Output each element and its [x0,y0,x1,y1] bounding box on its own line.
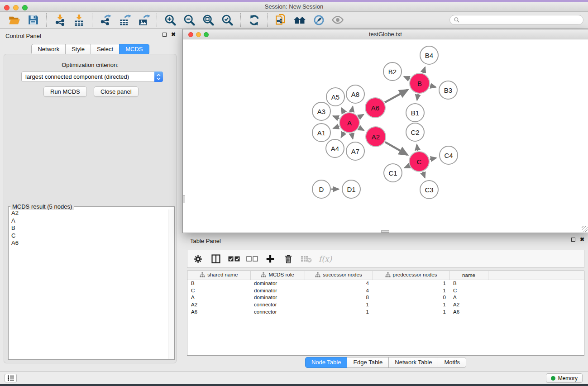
graph-edge-A-A2[interactable] [359,128,363,130]
graph-edge-A-A7[interactable] [352,133,353,139]
graph-edge-C-C2[interactable] [417,145,418,151]
table-cell[interactable]: A6 [187,308,250,315]
graph-node-A6[interactable]: A6 [365,98,385,118]
graph-edge-A-A5[interactable] [341,108,344,113]
graph-edge-A-A1[interactable] [333,126,339,129]
graph-node-A2[interactable]: A2 [366,127,386,147]
graph-node-B1[interactable]: B1 [406,104,424,122]
graph-edge-C-C4[interactable] [430,158,436,159]
table-cell[interactable]: 4 [305,287,373,294]
table-cell[interactable]: connector [250,301,305,308]
column-header-MCDS-role[interactable]: MCDS role [250,271,305,280]
table-cell[interactable]: connector [250,308,305,315]
result-scrollbar[interactable] [168,210,174,359]
table-cell[interactable]: 1 [373,308,449,315]
export-table-icon[interactable] [115,13,134,27]
graph-edge-A-A3[interactable] [333,116,339,119]
corner-resize-grip[interactable] [582,226,588,232]
tab-mcds[interactable]: MCDS [119,44,149,55]
settings-gear-icon[interactable] [192,253,204,265]
home-icon[interactable] [290,13,309,27]
table-cell[interactable]: 1 [373,287,449,294]
mcds-result-item[interactable]: A [9,217,168,225]
column-header-successor-nodes[interactable]: successor nodes [305,271,373,280]
table-cell[interactable]: C [449,287,488,294]
table-cell[interactable]: A [449,294,488,301]
column-view-icon[interactable] [210,253,222,265]
memory-button[interactable]: Memory [546,373,583,383]
export-network-icon[interactable] [96,13,115,27]
table-cell[interactable]: 0 [373,294,449,301]
eye-icon[interactable] [328,13,347,27]
import-table-icon[interactable] [69,13,88,27]
graph-edge-A-A8[interactable] [352,106,353,112]
add-column-icon[interactable] [264,253,276,265]
graph-node-D1[interactable]: D1 [342,180,360,198]
graph-edge-C-C1[interactable] [405,166,409,168]
run-mcds-button[interactable]: Run MCDS [43,86,87,97]
tab-network[interactable]: Network [31,44,66,55]
table-cell[interactable]: A2 [449,301,488,308]
bottom-resize-grip[interactable] [381,230,389,233]
graph-node-C4[interactable]: C4 [440,146,458,164]
graphics-details-icon[interactable] [309,13,328,27]
table-row[interactable]: A6connector11A6 [187,308,584,315]
graph-node-D[interactable]: D [312,180,330,198]
mcds-result-item[interactable]: A6 [9,239,168,247]
close-panel-button[interactable]: Close panel [94,86,139,97]
graph-node-A7[interactable]: A7 [346,142,364,160]
graph-node-A4[interactable]: A4 [326,139,344,157]
zoom-in-icon[interactable] [161,13,180,27]
table-cell[interactable]: B [449,280,488,287]
graph-edge-A6-B[interactable] [385,90,408,103]
delete-column-icon[interactable] [282,253,294,265]
table-cell[interactable]: B [187,280,250,287]
zoom-selected-icon[interactable] [218,13,237,27]
graph-node-B3[interactable]: B3 [439,81,457,99]
tab-network-table[interactable]: Network Table [388,357,438,368]
export-image-icon[interactable] [134,13,153,27]
new-network-from-selection-icon[interactable] [271,13,290,27]
graph-edge-B-B1[interactable] [417,94,418,100]
graph-node-A8[interactable]: A8 [346,85,364,103]
tab-style[interactable]: Style [65,44,91,55]
graph-node-B4[interactable]: B4 [420,46,438,64]
graph-node-C3[interactable]: C3 [420,181,438,199]
table-cell[interactable]: 8 [305,294,373,301]
table-cell[interactable]: dominator [250,294,305,301]
refresh-icon[interactable] [244,13,263,27]
table-cell[interactable]: A6 [449,308,488,315]
table-row[interactable]: A2connector11A2 [187,301,584,308]
tab-motifs[interactable]: Motifs [438,357,466,368]
graph-node-B2[interactable]: B2 [383,62,402,81]
graph-node-A1[interactable]: A1 [312,124,330,142]
graph-edge-B-B2[interactable] [404,76,410,79]
graph-edge-A-A6[interactable] [359,114,363,117]
graph-node-A3[interactable]: A3 [312,102,330,120]
save-session-icon[interactable] [24,13,43,27]
select-all-checkbox-icon[interactable] [228,253,240,265]
table-cell[interactable]: A [187,294,250,301]
table-cell[interactable]: dominator [250,287,305,294]
table-cell[interactable]: 1 [373,301,449,308]
tab-edge-table[interactable]: Edge Table [347,357,389,368]
table-cell[interactable]: 1 [305,308,373,315]
graph-edge-B-B3[interactable] [430,86,436,87]
table-row[interactable]: Cdominator41C [187,287,584,294]
left-resize-grip[interactable] [183,195,185,203]
tab-select[interactable]: Select [91,44,120,55]
open-file-icon[interactable] [5,13,24,27]
network-canvas[interactable]: B4B2BB3A8A5A6A3B1AC2A1A2A4A7C4CC1C3DD1 [183,40,588,233]
graph-edge-C-C3[interactable] [423,172,425,178]
column-header-shared-name[interactable]: shared name [187,271,250,280]
network-window-titlebar[interactable]: testGlobe.txt [183,29,588,39]
unselect-all-checkbox-icon[interactable] [246,253,258,265]
table-cell[interactable]: C [187,287,250,294]
column-header-predecessor-nodes[interactable]: predecessor nodes [373,271,449,280]
column-header-name[interactable]: name [449,271,488,280]
zoom-out-icon[interactable] [180,13,199,27]
close-panel-icon[interactable]: ✖ [171,33,176,37]
tab-node-table[interactable]: Node Table [305,357,348,368]
task-history-button[interactable] [5,374,17,382]
float-table-panel-icon[interactable] [571,238,575,242]
